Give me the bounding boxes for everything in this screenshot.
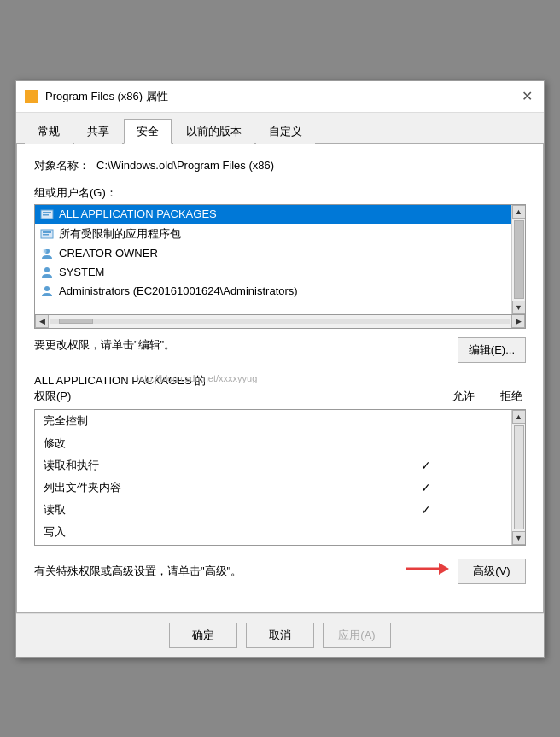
svg-point-8: [44, 267, 50, 272]
list-item-label: CREATOR OWNER: [59, 247, 158, 260]
ok-button[interactable]: 确定: [169, 623, 237, 648]
list-item-label: Administrators (EC20161001624\Administra…: [59, 284, 298, 297]
tab-content: 对象名称： C:\Windows.old\Program Files (x86)…: [16, 144, 544, 613]
list-item-label: SYSTEM: [59, 266, 104, 278]
tab-share[interactable]: 共享: [74, 119, 122, 144]
edit-row: 要更改权限，请单击"编辑"。 编辑(E)...: [34, 337, 526, 363]
permissions-title-prefix: ALL APPLICATION PACKAGES 的: [34, 374, 206, 387]
col-allow-label: 允许: [452, 389, 475, 404]
user-listbox[interactable]: ALL APPLICATION PACKAGES 所有受限制的应用程序包: [34, 204, 526, 315]
perm-allow-3: ✓: [400, 481, 452, 494]
tab-security[interactable]: 安全: [124, 119, 172, 144]
close-button[interactable]: ✕: [518, 88, 535, 105]
hscroll-left-btn[interactable]: ◀: [35, 314, 49, 328]
user-list: ALL APPLICATION PACKAGES 所有受限制的应用程序包: [35, 205, 511, 314]
perm-name: 读取和执行: [44, 458, 400, 473]
list-item[interactable]: 所有受限制的应用程序包: [35, 224, 511, 244]
permissions-table: 完全控制 修改 读取和执行 ✓ 列出文件夹内容 ✓: [34, 409, 526, 546]
perm-row: 写入: [35, 521, 511, 543]
permissions-col-headers: 允许 拒绝: [452, 389, 526, 404]
perm-allow-4: ✓: [400, 503, 452, 517]
perm-name: 修改: [44, 436, 400, 451]
advanced-button[interactable]: 高级(V): [458, 559, 526, 584]
object-row: 对象名称： C:\Windows.old\Program Files (x86): [34, 158, 526, 173]
advanced-label: 有关特殊权限或高级设置，请单击"高级"。: [34, 564, 406, 579]
hscroll-track: [50, 319, 510, 324]
permissions-list: 完全控制 修改 读取和执行 ✓ 列出文件夹内容 ✓: [35, 410, 511, 545]
permissions-title-suffix: 权限(P): [34, 389, 71, 402]
user-icon: [40, 284, 54, 298]
list-item[interactable]: CREATOR OWNER: [35, 244, 511, 263]
user-list-scrollbar[interactable]: ▲ ▼: [511, 205, 525, 314]
list-item-label: ALL APPLICATION PACKAGES: [59, 208, 217, 220]
scroll-up-btn[interactable]: ▲: [512, 205, 526, 219]
permissions-header: ALL APPLICATION PACKAGES 的 权限(P) http://…: [34, 373, 526, 404]
perm-row: 修改: [35, 432, 511, 454]
group-label: 组或用户名(G)：: [34, 185, 526, 201]
perm-scrollbar[interactable]: ▲ ▼: [511, 410, 525, 545]
svg-rect-5: [43, 234, 49, 236]
perm-name: 读取: [44, 502, 400, 518]
list-item[interactable]: Administrators (EC20161001624\Administra…: [35, 282, 511, 301]
scroll-down-btn[interactable]: ▼: [512, 301, 526, 314]
user-icon: [40, 266, 54, 279]
object-label: 对象名称：: [34, 158, 90, 173]
title-bar: Program Files (x86) 属性 ✕: [16, 81, 544, 113]
cancel-button[interactable]: 取消: [246, 623, 314, 648]
svg-rect-2: [43, 214, 49, 216]
svg-marker-11: [439, 563, 449, 575]
object-value: C:\Windows.old\Program Files (x86): [96, 159, 274, 172]
perm-scroll-down-btn[interactable]: ▼: [512, 531, 526, 545]
user-icon: [40, 247, 54, 260]
perm-allow-2: ✓: [400, 459, 452, 472]
dialog-window: Program Files (x86) 属性 ✕ 常规 共享 安全 以前的版本 …: [15, 80, 545, 658]
perm-name: 列出文件夹内容: [44, 480, 400, 495]
tab-general[interactable]: 常规: [25, 119, 73, 144]
tab-custom[interactable]: 自定义: [256, 119, 315, 144]
perm-scroll-thumb: [514, 425, 524, 529]
apply-button[interactable]: 应用(A): [323, 623, 391, 648]
perm-name: 完全控制: [44, 413, 400, 429]
arrow-icon: [406, 558, 449, 585]
user-list-hscrollbar[interactable]: ◀ ▶: [34, 315, 526, 329]
perm-row: 读取和执行 ✓: [35, 454, 511, 477]
hscroll-right-btn[interactable]: ▶: [511, 314, 525, 328]
permissions-title: ALL APPLICATION PACKAGES 的 权限(P) http://…: [34, 373, 452, 404]
dialog-footer: 确定 取消 应用(A): [16, 613, 544, 657]
advanced-row: 有关特殊权限或高级设置，请单击"高级"。 高级(V): [34, 558, 526, 585]
window-title: Program Files (x86) 属性: [45, 89, 518, 104]
scroll-thumb: [514, 220, 524, 299]
perm-row: 读取 ✓: [35, 499, 511, 521]
perm-row: 完全控制: [35, 410, 511, 432]
list-item-label: 所有受限制的应用程序包: [59, 226, 181, 242]
edit-button[interactable]: 编辑(E)...: [458, 337, 526, 363]
list-item[interactable]: ALL APPLICATION PACKAGES: [35, 205, 511, 224]
pkg-icon: [40, 208, 54, 221]
tab-previous[interactable]: 以前的版本: [173, 119, 254, 144]
svg-point-9: [44, 286, 50, 291]
pkg-icon: [40, 227, 54, 241]
svg-rect-4: [43, 231, 51, 233]
window-icon: [25, 90, 38, 103]
svg-point-7: [43, 249, 47, 253]
hscroll-thumb: [59, 319, 93, 324]
svg-rect-1: [43, 212, 51, 213]
perm-name: 写入: [44, 524, 400, 540]
tab-bar: 常规 共享 安全 以前的版本 自定义: [16, 113, 544, 144]
perm-scroll-up-btn[interactable]: ▲: [512, 410, 526, 424]
edit-hint: 要更改权限，请单击"编辑"。: [34, 337, 458, 363]
col-deny-label: 拒绝: [500, 389, 522, 404]
perm-row: 列出文件夹内容 ✓: [35, 477, 511, 499]
list-item[interactable]: SYSTEM: [35, 263, 511, 282]
